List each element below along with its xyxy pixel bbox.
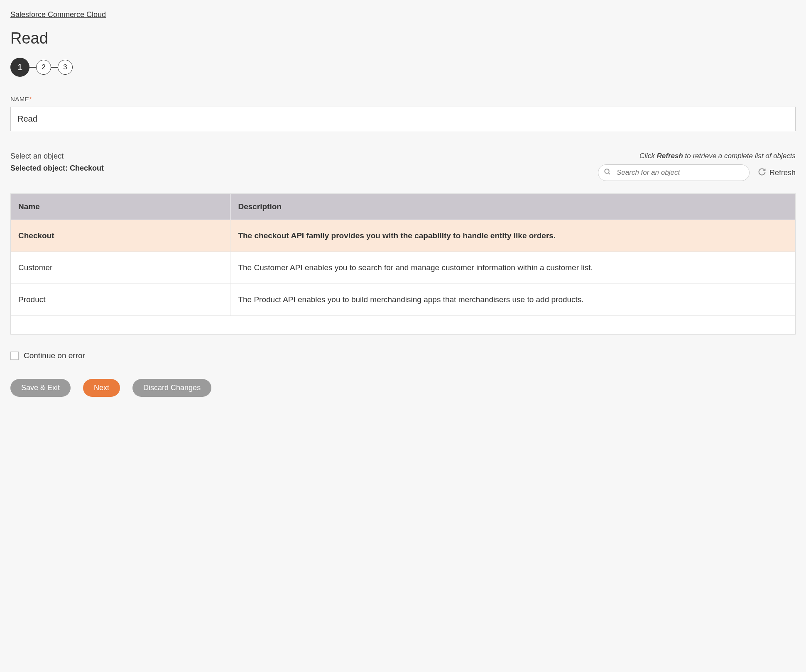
refresh-label: Refresh: [769, 169, 796, 177]
required-mark: *: [29, 95, 32, 103]
refresh-hint: Click Refresh to retrieve a complete lis…: [598, 152, 796, 160]
table-row[interactable]: CustomerThe Customer API enables you to …: [11, 252, 795, 284]
table-header-name[interactable]: Name: [11, 194, 230, 220]
table-header-description[interactable]: Description: [230, 194, 795, 220]
table-row[interactable]: CheckoutThe checkout API family provides…: [11, 220, 795, 252]
object-description-cell: The Customer API enables you to search f…: [230, 252, 795, 284]
selected-object-line: Selected object: Checkout: [10, 164, 104, 173]
search-input[interactable]: [598, 164, 750, 181]
step-1[interactable]: 1: [10, 58, 29, 77]
step-connector: [51, 67, 58, 68]
step-2[interactable]: 2: [36, 60, 51, 75]
save-exit-button[interactable]: Save & Exit: [10, 379, 71, 397]
object-description-cell: The Product API enables you to build mer…: [230, 284, 795, 316]
page-title: Read: [10, 29, 796, 47]
refresh-icon: [758, 168, 766, 178]
name-input[interactable]: [10, 107, 796, 131]
object-table: Name Description CheckoutThe checkout AP…: [10, 193, 796, 335]
step-3[interactable]: 3: [58, 60, 73, 75]
select-object-prompt: Select an object: [10, 152, 104, 161]
table-row[interactable]: ProductThe Product API enables you to bu…: [11, 284, 795, 316]
discard-button[interactable]: Discard Changes: [132, 379, 211, 397]
object-name-cell: Customer: [11, 252, 230, 284]
name-field-label: NAME*: [10, 95, 796, 103]
object-name-cell: Product: [11, 284, 230, 316]
table-footer: [11, 315, 795, 334]
next-button[interactable]: Next: [83, 379, 120, 397]
refresh-button[interactable]: Refresh: [758, 168, 796, 178]
svg-line-1: [608, 173, 610, 174]
breadcrumb-link[interactable]: Salesforce Commerce Cloud: [10, 10, 106, 19]
svg-point-0: [605, 169, 609, 173]
continue-on-error-label: Continue on error: [24, 351, 85, 360]
search-icon: [604, 168, 611, 177]
stepper: 1 2 3: [10, 58, 796, 77]
object-name-cell: Checkout: [11, 220, 230, 252]
step-connector: [29, 67, 36, 68]
object-description-cell: The checkout API family provides you wit…: [230, 220, 795, 252]
continue-on-error-checkbox[interactable]: [10, 352, 19, 360]
